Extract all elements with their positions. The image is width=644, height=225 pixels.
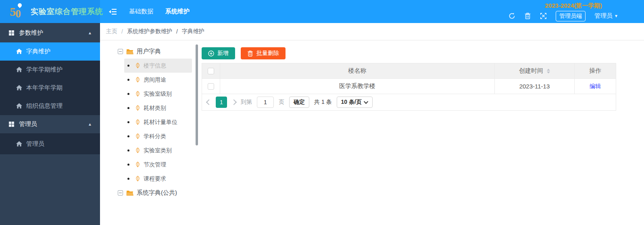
sidebar-item-academic-year-term[interactable]: 学年学期维护 <box>0 61 100 79</box>
batch-delete-button-label: 批量删除 <box>256 50 279 57</box>
bullet-icon <box>127 178 129 180</box>
folder-open-icon <box>126 190 133 196</box>
header-checkbox-cell <box>202 63 220 79</box>
portal-badge[interactable]: 管理员端 <box>556 11 586 21</box>
sidebar-item-label: 管理员 <box>26 140 44 148</box>
tree-leaf-political-status[interactable]: 政治面貌 <box>124 200 192 204</box>
topbar: 50 实验室综合管理系统 基础数据 系统维护 2023-2024(第一学期) <box>0 0 644 23</box>
folder-open-icon <box>126 48 133 55</box>
sort-icon[interactable] <box>547 69 550 74</box>
pagination: 1 到第 页 确定 共 1 条 10 条/页 <box>202 94 616 110</box>
add-button[interactable]: 新增 <box>202 47 235 59</box>
tree-leaf-period-management[interactable]: 节次管理 <box>124 158 192 172</box>
chevron-up-icon: ▲ <box>88 31 92 35</box>
logo-area: 50 实验室综合管理系统 <box>0 0 100 23</box>
confirm-button[interactable]: 确定 <box>289 97 309 108</box>
plus-circle-icon <box>208 50 214 57</box>
sidebar-item-label: 字典维护 <box>26 48 50 55</box>
cell-actions: 编辑 <box>575 79 616 94</box>
bullet-icon <box>127 65 129 67</box>
sidebar-item-label: 组织信息管理 <box>26 102 63 110</box>
user-menu[interactable]: 管理员 ▼ <box>594 12 618 20</box>
leaf-icon <box>135 91 140 97</box>
tree-node-label: 实验室类别 <box>144 147 172 154</box>
tree-scrollbar[interactable] <box>196 44 198 145</box>
next-page-icon[interactable] <box>231 99 237 105</box>
table-row: 医学系教学楼 2023-11-13 编辑 <box>202 79 616 94</box>
tree-leaf-room-usage[interactable]: 房间用途 <box>124 73 192 87</box>
page-jump-input[interactable] <box>257 97 274 108</box>
user-name: 管理员 <box>594 12 613 20</box>
batch-delete-button[interactable]: 批量删除 <box>241 47 286 59</box>
tree-leaf-subject-category[interactable]: 学科分类 <box>124 129 192 143</box>
dictionary-tree-panel: 用户字典 楼宇信息 房间用途 <box>100 40 202 225</box>
bullet-icon <box>127 121 129 123</box>
refresh-icon[interactable] <box>509 13 515 19</box>
page-size-value: 10 条/页 <box>341 99 362 106</box>
page-size-select[interactable]: 10 条/页 <box>337 97 373 108</box>
edit-link[interactable]: 编辑 <box>590 83 601 90</box>
sidebar-item-dictionary-maintenance[interactable]: 字典维护 <box>0 42 100 61</box>
sidebar-item-current-year-term[interactable]: 本年学年学期 <box>0 79 100 97</box>
leaf-icon <box>135 77 140 83</box>
topbar-right: 2023-2024(第一学期) <box>509 0 644 23</box>
leaf-icon <box>135 162 140 168</box>
semester-label: 2023-2024(第一学期) <box>545 2 618 10</box>
column-header-created-time[interactable]: 创建时间 <box>495 63 575 79</box>
sidebar: 参数维护 ▲ 字典维护 学年学期维护 本年学年学期 <box>0 23 100 225</box>
nav-item-basic-data[interactable]: 基础数据 <box>129 8 153 15</box>
breadcrumb-home[interactable]: 主页 <box>106 28 117 35</box>
tree-folder-user-dictionary[interactable]: 用户字典 <box>118 44 202 59</box>
breadcrumb-separator: / <box>176 28 178 35</box>
cell-created-time: 2023-11-13 <box>495 79 575 94</box>
leaf-icon <box>135 133 140 139</box>
collapse-minus-icon[interactable] <box>118 190 123 196</box>
bullet-icon <box>127 93 129 95</box>
nav-item-system-maintenance[interactable]: 系统维护 <box>165 8 190 15</box>
sidebar-item-administrator[interactable]: 管理员 <box>0 133 100 154</box>
sidebar-collapse-icon[interactable] <box>109 8 117 15</box>
goto-prefix-label: 到第 <box>241 99 252 106</box>
tree-node-label: 耗材类别 <box>144 105 166 112</box>
tree-node-label: 政治面貌 <box>144 204 166 204</box>
app-title: 实验室综合管理系统 <box>31 6 103 17</box>
section-label: 参数维护 <box>19 29 43 37</box>
sidebar-section-parameter-maintenance[interactable]: 参数维护 ▲ <box>0 23 100 42</box>
home-icon <box>16 67 22 73</box>
trash-icon <box>247 50 253 57</box>
submenu-administrator: 管理员 <box>0 133 100 154</box>
tree-leaf-consumable-category[interactable]: 耗材类别 <box>124 101 192 115</box>
leaf-icon <box>135 147 140 154</box>
tree-leaf-lab-level[interactable]: 实验室级别 <box>124 87 192 101</box>
trash-icon[interactable] <box>524 13 531 19</box>
sidebar-item-organization-info[interactable]: 组织信息管理 <box>0 97 100 115</box>
tree-leaf-course-requirement[interactable]: 课程要求 <box>124 172 192 186</box>
grid-icon <box>9 30 14 36</box>
select-all-checkbox[interactable] <box>208 68 214 74</box>
tree-node-label: 楼宇信息 <box>144 62 166 69</box>
tree-node-label: 耗材计量单位 <box>144 119 177 126</box>
leaf-icon <box>135 105 140 111</box>
row-checkbox[interactable] <box>208 83 214 90</box>
previous-page-icon[interactable] <box>206 99 212 105</box>
page-number-button[interactable]: 1 <box>216 97 227 108</box>
chevron-down-icon: ▼ <box>614 14 618 18</box>
sidebar-section-administrator[interactable]: 管理员 ▲ <box>0 115 100 133</box>
tree-folder-system-dictionary[interactable]: 系统字典(公共) <box>118 186 202 200</box>
app-root: 50 实验室综合管理系统 基础数据 系统维护 2023-2024(第一学期) <box>0 0 644 225</box>
fullscreen-icon[interactable] <box>540 13 547 19</box>
tree-leaf-building-info[interactable]: 楼宇信息 <box>124 59 192 73</box>
tree-leaf-lab-category[interactable]: 实验室类别 <box>124 143 192 158</box>
collapse-minus-icon[interactable] <box>118 49 123 54</box>
bullet-icon <box>127 107 129 109</box>
topbar-actions: 管理员端 管理员 ▼ <box>509 11 618 21</box>
home-icon <box>16 85 22 91</box>
bullet-icon <box>127 149 129 151</box>
breadcrumb-separator: / <box>121 28 123 35</box>
tree-node-label: 房间用途 <box>144 76 166 84</box>
main-panel: 新增 批量删除 <box>202 40 644 225</box>
tree-node-label: 用户字典 <box>137 48 161 55</box>
breadcrumb-parent[interactable]: 系统维护参数维护 <box>127 28 172 35</box>
tree-leaf-consumable-unit[interactable]: 耗材计量单位 <box>124 115 192 129</box>
table-header-row: 楼名称 创建时间 操作 <box>202 63 616 79</box>
